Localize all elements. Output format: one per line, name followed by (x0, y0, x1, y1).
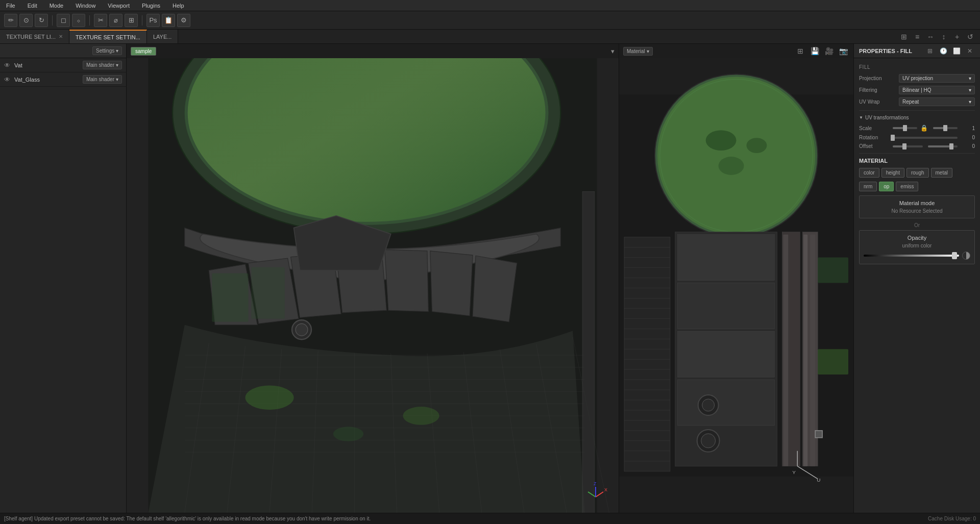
tool-photoshop[interactable]: Ps (146, 14, 160, 27)
tool-rotate[interactable]: ↻ (35, 14, 48, 27)
shader-dropdown-vat[interactable]: Main shader ▾ (83, 61, 122, 69)
viewport-left-channel-btn[interactable]: sample (131, 47, 156, 56)
scale-slider[interactable] (893, 127, 917, 129)
mat-btn-metal[interactable]: metal (931, 168, 952, 178)
vp-icon-save[interactable]: 💾 (808, 45, 821, 57)
panel-icon-layout[interactable]: ⊞ (925, 46, 935, 56)
scale-lock[interactable]: 🔒 (920, 124, 928, 132)
scene-svg-left (127, 58, 619, 513)
menu-bar: File Edit Mode Window Viewport Plugins H… (0, 0, 980, 11)
opacity-thumb (952, 252, 957, 259)
mat-btn-emiss[interactable]: emiss (896, 182, 918, 191)
tab-collapse[interactable]: ↕ (938, 31, 949, 42)
mat-btn-color[interactable]: color (859, 168, 879, 178)
material-buttons: color height rough metal (859, 168, 975, 178)
viewport-right-toolbar: Material ▾ ⊞ 💾 🎥 📷 (619, 44, 853, 58)
tab-label-layer: LAYE... (153, 34, 172, 40)
tab-close-texture-set-list[interactable]: ✕ (59, 34, 63, 39)
tool-circle[interactable]: ⌀ (109, 14, 122, 27)
mat-btn-nrm[interactable]: nrm (859, 182, 877, 191)
mat-btn-op[interactable]: op (879, 182, 894, 191)
svg-rect-76 (810, 235, 815, 466)
tab-texture-set-list[interactable]: TEXTURE SET LI... ✕ (0, 30, 69, 43)
layer-item-vat-glass[interactable]: 👁 Vat_Glass Main shader ▾ (0, 72, 126, 87)
uv-transform-section[interactable]: UV transformations (859, 115, 975, 120)
tab-texture-set-settings[interactable]: TEXTURE SET SETTIN... (69, 30, 147, 43)
panel-icon-close[interactable]: ✕ (965, 46, 975, 56)
viewport-right-canvas[interactable]: Y U (619, 58, 853, 513)
panel-icon-popout[interactable]: ⬜ (951, 46, 962, 56)
settings-dropdown[interactable]: Settings ▾ (92, 46, 122, 55)
rotation-slider[interactable] (893, 137, 958, 139)
tool-export[interactable]: 📋 (162, 14, 175, 27)
tool-settings[interactable]: ⚙ (177, 14, 190, 27)
panel-icon-history[interactable]: 🕐 (938, 46, 948, 56)
svg-rect-68 (678, 235, 775, 281)
uv-wrap-select[interactable]: Repeat ▾ (899, 97, 975, 106)
opacity-title: Opacity (864, 235, 970, 241)
status-message: [Shelf agent] Updated export preset cann… (4, 516, 924, 521)
menu-help[interactable]: Help (170, 2, 186, 10)
filtering-label: Filtering (859, 87, 896, 93)
viewport-left-dropdown[interactable]: ▾ (611, 47, 615, 55)
tool-diamond[interactable]: ⬦ (72, 14, 85, 27)
offset-slider-1[interactable] (893, 145, 923, 147)
tab-layer[interactable]: LAYE... (147, 30, 178, 43)
svg-text:U: U (817, 477, 820, 483)
svg-rect-74 (783, 235, 788, 466)
scale-row: Scale 🔒 1 (859, 124, 975, 132)
axis-indicator-left: X Z (583, 479, 608, 505)
menu-edit[interactable]: Edit (26, 2, 39, 10)
tool-cut[interactable]: ✂ (94, 14, 107, 27)
tab-expand[interactable]: ↔ (925, 31, 936, 42)
filtering-select[interactable]: Bilinear | HQ ▾ (899, 86, 975, 94)
tab-refresh[interactable]: ↺ (965, 31, 976, 42)
projection-select[interactable]: UV projection ▾ (899, 74, 975, 83)
tool-brush[interactable]: ✏ (4, 14, 17, 27)
tab-grid-view[interactable]: ⊞ (898, 31, 910, 42)
vp-icon-camera[interactable]: 🎥 (823, 45, 835, 57)
vp-icon-screenshot[interactable]: 📷 (837, 45, 849, 57)
opacity-slider-row (864, 252, 970, 260)
tab-bar: TEXTURE SET LI... ✕ TEXTURE SET SETTIN..… (0, 30, 980, 44)
tab-add[interactable]: + (951, 31, 963, 42)
menu-window[interactable]: Window (74, 2, 97, 10)
viewport-left-canvas[interactable]: X Z (127, 58, 619, 513)
shader-dropdown-vat-glass[interactable]: Main shader ▾ (83, 75, 122, 84)
tab-list-view[interactable]: ≡ (912, 31, 923, 42)
visibility-toggle-vat[interactable]: 👁 (4, 62, 10, 69)
tool-separator-2 (89, 15, 90, 26)
svg-point-39 (657, 77, 815, 234)
menu-mode[interactable]: Mode (47, 2, 66, 10)
tool-rect[interactable]: ◻ (57, 14, 70, 27)
material-buttons-2: nrm op emiss (859, 182, 975, 191)
mat-btn-height[interactable]: height (881, 168, 904, 178)
svg-point-28 (333, 427, 363, 441)
viewport-left-toolbar: sample ▾ (127, 44, 619, 58)
tool-grid[interactable]: ⊞ (125, 14, 138, 27)
mat-btn-rough[interactable]: rough (906, 168, 929, 178)
offset-slider-2[interactable] (928, 145, 958, 147)
tool-smudge[interactable]: ⊙ (19, 14, 33, 27)
properties-content: FILL Projection UV projection ▾ Filterin… (854, 58, 980, 513)
svg-rect-78 (818, 349, 848, 375)
svg-rect-5 (251, 267, 284, 319)
layer-item-vat[interactable]: 👁 Vat Main shader ▾ (0, 58, 126, 72)
vp-icon-layout[interactable]: ⊞ (794, 45, 806, 57)
visibility-toggle-vat-glass[interactable]: 👁 (4, 76, 10, 83)
scale-slider-2[interactable] (933, 127, 958, 129)
viewport-right[interactable]: Material ▾ ⊞ 💾 🎥 📷 (619, 44, 853, 513)
svg-point-30 (296, 323, 308, 336)
menu-plugins[interactable]: Plugins (140, 2, 162, 10)
uv-wrap-row: UV Wrap Repeat ▾ (859, 97, 975, 106)
viewport-left[interactable]: sample ▾ (127, 44, 619, 513)
or-label: Or (859, 222, 975, 228)
toolbar: ✏ ⊙ ↻ ◻ ⬦ ✂ ⌀ ⊞ Ps 📋 ⚙ (0, 11, 980, 30)
material-section-title: MATERIAL (859, 158, 975, 164)
menu-viewport[interactable]: Viewport (106, 2, 132, 10)
opacity-slider[interactable] (864, 255, 959, 257)
menu-file[interactable]: File (4, 2, 17, 10)
rotation-value: 0 (961, 135, 975, 140)
scene-svg-right: Y U (619, 58, 853, 513)
viewport-right-channel-btn[interactable]: Material ▾ (623, 47, 653, 56)
